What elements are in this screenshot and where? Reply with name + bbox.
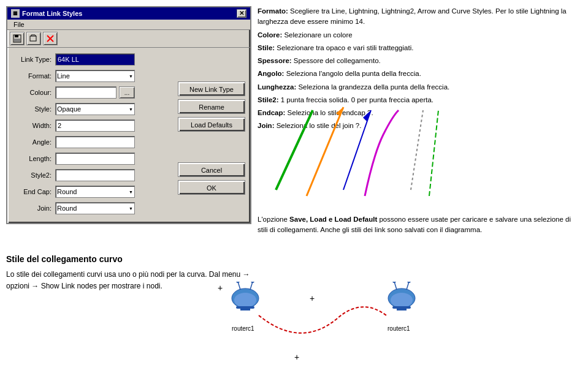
- svg-line-11: [411, 110, 423, 190]
- format-bold: Formato:: [258, 7, 288, 15]
- toolbar-save-btn[interactable]: [10, 32, 25, 45]
- svg-text:+: +: [310, 293, 315, 303]
- style2-label: Style2:: [12, 171, 55, 179]
- colour-label: Colour:: [12, 89, 55, 96]
- dialog-content: Link Type: Format: Line Lightning Lightn…: [7, 48, 250, 223]
- dialog-right-buttons: New Link Type Rename Load Defaults Cance…: [178, 81, 245, 195]
- svg-rect-1: [15, 35, 18, 37]
- svg-point-18: [236, 282, 240, 283]
- svg-rect-20: [236, 306, 254, 309]
- style2-input[interactable]: [55, 169, 135, 181]
- style-description: Stile: Selezionare tra opaco e vari stil…: [258, 43, 582, 53]
- bottom-plus: +: [294, 352, 299, 362]
- link-type-label: Link Type:: [12, 56, 55, 63]
- svg-text:+: +: [218, 283, 223, 293]
- format-label: Format:: [12, 72, 55, 80]
- svg-line-26: [394, 282, 397, 290]
- endcap-select-wrapper: Round Square Flat: [55, 186, 135, 198]
- bottom-title: Stile del collegamento curvo: [6, 254, 582, 264]
- svg-rect-21: [240, 309, 250, 310]
- svg-point-19: [251, 282, 254, 283]
- svg-point-15: [234, 293, 256, 307]
- format-row: Format: Line Lightning Lightning2 Arrow …: [12, 69, 245, 83]
- width-input[interactable]: [55, 119, 135, 132]
- format-description: Formato: Scegliere tra Line, Lightning, …: [258, 6, 582, 28]
- length-description: Lunghezza: Seleziona la grandezza della …: [258, 82, 582, 92]
- length-label: Length:: [12, 155, 55, 162]
- toolbar: [7, 30, 250, 48]
- length-input[interactable]: [55, 152, 135, 165]
- menu-file[interactable]: File: [10, 20, 28, 29]
- style-select[interactable]: Opaque: [55, 103, 135, 115]
- format-link-styles-dialog: ▦ Format Link Styles ✕ File Link Type: F…: [6, 6, 251, 224]
- svg-rect-3: [30, 36, 36, 41]
- svg-line-6: [276, 110, 313, 190]
- style-select-wrapper: Opaque: [55, 103, 135, 115]
- svg-point-29: [407, 282, 411, 283]
- svg-line-7: [307, 107, 343, 196]
- angle-label: Angle:: [12, 138, 55, 146]
- join-label: Join:: [12, 205, 55, 212]
- svg-rect-31: [397, 309, 407, 310]
- svg-line-12: [429, 110, 438, 196]
- colour-input[interactable]: [55, 86, 116, 99]
- angle-input[interactable]: [55, 136, 135, 148]
- svg-line-27: [407, 282, 409, 290]
- toolbar-open-btn[interactable]: [26, 32, 41, 45]
- dialog-icon: ▦: [11, 9, 20, 18]
- format-text: Scegliere tra Line, Lightning, Lightning…: [258, 7, 567, 25]
- spessore-text: Spessore del collegamento.: [292, 57, 381, 64]
- endcap-label: End Cap:: [12, 188, 55, 195]
- load-defaults-button[interactable]: Load Defaults: [178, 117, 245, 132]
- svg-line-17: [250, 282, 253, 290]
- svg-text:routerc1: routerc1: [388, 325, 410, 332]
- width-label: Width:: [12, 122, 55, 129]
- lines-illustration: [264, 104, 448, 204]
- spessore-description: Spessore: Spessore del collegamento.: [258, 56, 582, 66]
- ok-button[interactable]: OK: [178, 180, 245, 195]
- svg-rect-2: [14, 39, 20, 42]
- style2-bold: Stile2:: [258, 96, 279, 103]
- svg-line-16: [238, 282, 240, 290]
- svg-point-28: [392, 282, 396, 283]
- join-select-wrapper: Round Miter Bevel: [55, 202, 135, 214]
- style-text: Selezionare tra opaco e vari stili tratt…: [275, 44, 413, 51]
- colour-bold: Colore:: [258, 31, 282, 39]
- angle-text: Seleziona l'angolo della punta della fre…: [284, 70, 421, 77]
- toolbar-exit-btn[interactable]: [43, 32, 58, 45]
- length-text: Seleziona la grandezza della punta della…: [296, 83, 449, 91]
- new-link-type-button[interactable]: New Link Type: [178, 81, 245, 96]
- style-bold: Stile:: [258, 44, 275, 51]
- svg-point-25: [391, 293, 413, 307]
- format-select[interactable]: Line Lightning Lightning2 Arrow Curve: [55, 70, 135, 82]
- endcap-select[interactable]: Round Square Flat: [55, 186, 135, 198]
- angle-bold: Angolo:: [258, 70, 284, 77]
- save-note-text: L'opzione Save, Load e Load Default poss…: [258, 214, 582, 236]
- curve-diagram: + routerc1 +: [215, 282, 448, 351]
- join-select[interactable]: Round Miter Bevel: [55, 202, 135, 214]
- colour-description: Colore: Selezionare un colore: [258, 30, 582, 40]
- menubar: File: [7, 20, 250, 30]
- join-row: Join: Round Miter Bevel: [12, 201, 245, 215]
- close-button[interactable]: ✕: [237, 9, 246, 18]
- colour-picker-btn[interactable]: ...: [119, 86, 135, 99]
- colour-text: Selezionare un colore: [282, 31, 352, 39]
- dialog-titlebar: ▦ Format Link Styles ✕: [7, 7, 250, 20]
- svg-line-9: [343, 110, 371, 190]
- titlebar-title-group: ▦ Format Link Styles: [11, 9, 82, 18]
- svg-rect-30: [392, 306, 411, 309]
- dialog-title: Format Link Styles: [22, 10, 82, 17]
- length-bold: Lunghezza:: [258, 83, 296, 91]
- style-label: Style:: [12, 105, 55, 113]
- rename-button[interactable]: Rename: [178, 99, 245, 114]
- spessore-bold: Spessore:: [258, 57, 292, 64]
- style2-text: 1 punta freccia solida. 0 per punta frec…: [279, 96, 434, 103]
- cancel-button[interactable]: Cancel: [178, 162, 245, 177]
- angle-description: Angolo: Seleziona l'angolo della punta d…: [258, 69, 582, 79]
- format-select-wrapper: Line Lightning Lightning2 Arrow Curve: [55, 70, 135, 82]
- svg-text:routerc1: routerc1: [232, 325, 254, 332]
- link-type-input[interactable]: [55, 53, 135, 66]
- save-load-note: L'opzione Save, Load e Load Default poss…: [258, 214, 582, 236]
- link-type-row: Link Type:: [12, 53, 245, 66]
- bottom-text-line1: Lo stile dei collegamenti curvi usa uno …: [6, 269, 582, 280]
